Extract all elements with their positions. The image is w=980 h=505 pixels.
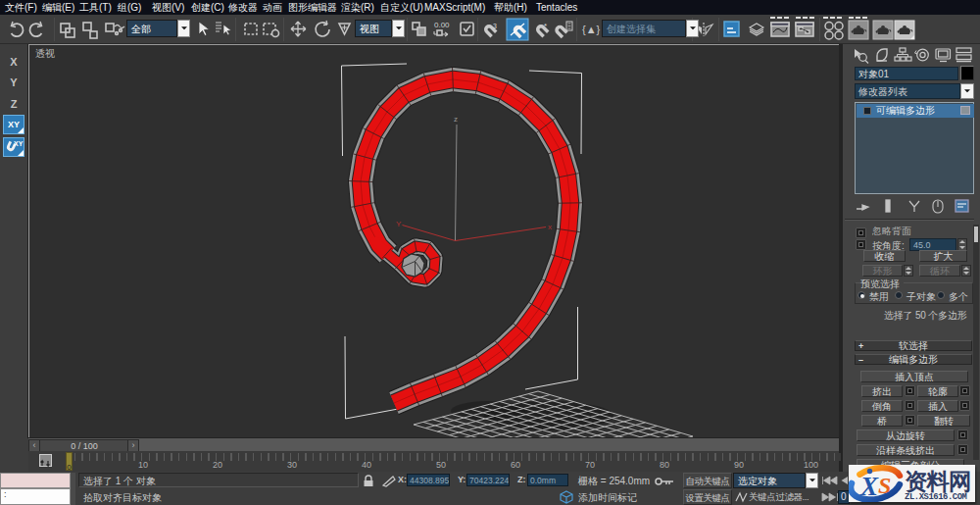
svg-text:Y: Y bbox=[396, 220, 402, 228]
svg-text:S: S bbox=[878, 473, 891, 498]
svg-text:3: 3 bbox=[493, 23, 497, 29]
svg-text:{▲}: {▲} bbox=[582, 24, 601, 35]
svg-text:*: * bbox=[544, 22, 547, 30]
svg-text:z: z bbox=[454, 115, 458, 124]
svg-text:x: x bbox=[548, 223, 552, 231]
svg-text:资料网: 资料网 bbox=[905, 469, 971, 494]
svg-text:ZL.XS1616.COM: ZL.XS1616.COM bbox=[905, 492, 967, 502]
svg-text:0.00: 0.00 bbox=[434, 21, 450, 29]
svg-text:XY: XY bbox=[14, 140, 24, 147]
svg-text:X: X bbox=[859, 472, 879, 501]
